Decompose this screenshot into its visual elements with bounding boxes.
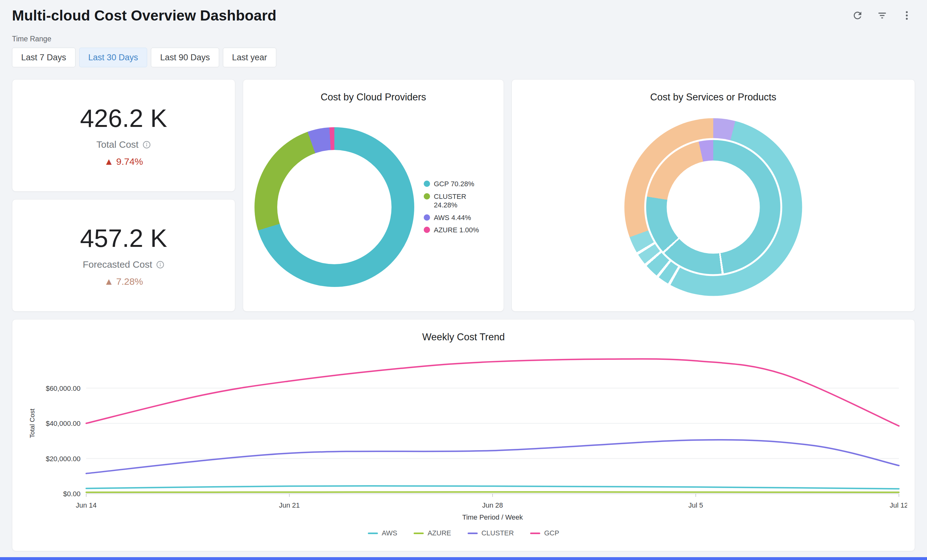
time-range-option-last-year[interactable]: Last year bbox=[223, 48, 276, 67]
svg-text:Jun 28: Jun 28 bbox=[482, 501, 503, 509]
kpi-column: 426.2 K Total Cost ▲ 9.74% 457.2 K Forec… bbox=[12, 79, 235, 311]
top-cards-row: 426.2 K Total Cost ▲ 9.74% 457.2 K Forec… bbox=[12, 79, 915, 311]
time-range-group: Last 7 Days Last 30 Days Last 90 Days La… bbox=[12, 48, 915, 67]
kpi-card-total-cost: 426.2 K Total Cost ▲ 9.74% bbox=[12, 79, 235, 191]
svg-text:Jul 5: Jul 5 bbox=[688, 501, 703, 509]
time-range-option-last-7-days[interactable]: Last 7 Days bbox=[12, 48, 76, 67]
page-title: Multi-cloud Cost Overview Dashboard bbox=[12, 7, 277, 24]
total-cost-label: Total Cost bbox=[96, 139, 138, 150]
svg-text:Jul 12: Jul 12 bbox=[890, 501, 907, 509]
provider-legend-item[interactable]: AZURE 1.00% bbox=[424, 226, 487, 235]
dashboard-page: Multi-cloud Cost Overview Dashboard bbox=[0, 0, 927, 551]
legend-label: GCP bbox=[544, 529, 559, 537]
svg-text:Total Cost: Total Cost bbox=[29, 408, 36, 438]
header-actions bbox=[849, 7, 915, 24]
cost-by-services-card: Cost by Services or Products bbox=[512, 79, 915, 311]
legend-label: AZURE 1.00% bbox=[434, 226, 479, 235]
legend-dot-cluster bbox=[424, 193, 430, 199]
legend-label: AWS 4.44% bbox=[434, 213, 471, 222]
services-chart-title: Cost by Services or Products bbox=[512, 80, 915, 103]
kpi-card-forecasted-cost: 457.2 K Forecasted Cost ▲ 7.28% bbox=[12, 199, 235, 311]
legend-label: CLUSTER bbox=[482, 529, 514, 537]
forecasted-cost-label: Forecasted Cost bbox=[83, 259, 152, 270]
services-chart-body bbox=[512, 103, 915, 311]
legend-line-azure bbox=[413, 533, 424, 534]
svg-text:$20,000.00: $20,000.00 bbox=[46, 455, 81, 463]
refresh-button[interactable] bbox=[849, 7, 866, 24]
trend-legend-item[interactable]: AZURE bbox=[413, 529, 451, 537]
time-range-label: Time Range bbox=[12, 35, 915, 43]
svg-text:$0.00: $0.00 bbox=[63, 490, 81, 498]
time-range-option-last-30-days[interactable]: Last 30 Days bbox=[79, 48, 147, 67]
svg-text:Time Period / Week: Time Period / Week bbox=[462, 513, 523, 521]
legend-line-gcp bbox=[530, 533, 540, 534]
time-range-option-last-90-days[interactable]: Last 90 Days bbox=[151, 48, 219, 67]
legend-label: AZURE bbox=[427, 529, 451, 537]
trend-chart[interactable]: $0.00$20,000.00$40,000.00$60,000.00Jun 1… bbox=[20, 347, 907, 524]
svg-text:$40,000.00: $40,000.00 bbox=[46, 419, 81, 427]
trend-legend-item[interactable]: GCP bbox=[530, 529, 559, 537]
info-icon[interactable] bbox=[156, 260, 164, 269]
total-cost-delta-badge: ▲ 9.74% bbox=[104, 156, 143, 167]
provider-legend-item[interactable]: CLUSTER 24.28% bbox=[424, 192, 487, 209]
legend-dot-gcp bbox=[424, 181, 430, 187]
forecasted-cost-value: 457.2 K bbox=[80, 224, 167, 253]
trend-chart-title: Weekly Cost Trend bbox=[20, 319, 907, 343]
refresh-icon bbox=[852, 10, 863, 21]
legend-line-cluster bbox=[468, 533, 478, 534]
bottom-accent-bar bbox=[0, 557, 927, 560]
providers-donut-hole bbox=[277, 150, 392, 264]
more-button[interactable] bbox=[898, 7, 915, 24]
legend-dot-azure bbox=[424, 227, 430, 233]
cost-by-providers-card: Cost by Cloud Providers GCP 70.28% CLUST… bbox=[243, 79, 504, 311]
svg-text:Jun 21: Jun 21 bbox=[279, 501, 299, 509]
providers-chart-title: Cost by Cloud Providers bbox=[243, 80, 504, 103]
filter-button[interactable] bbox=[874, 7, 891, 24]
trend-legend-item[interactable]: CLUSTER bbox=[468, 529, 514, 537]
provider-legend-item[interactable]: GCP 70.28% bbox=[424, 180, 487, 188]
svg-text:$60,000.00: $60,000.00 bbox=[46, 384, 81, 392]
trend-legend-item[interactable]: AWS bbox=[368, 529, 397, 537]
legend-label: AWS bbox=[382, 529, 397, 537]
total-cost-value: 426.2 K bbox=[80, 104, 167, 133]
legend-dot-aws bbox=[424, 214, 430, 221]
top-bar: Multi-cloud Cost Overview Dashboard bbox=[12, 7, 915, 24]
weekly-cost-trend-card: Weekly Cost Trend $0.00$20,000.00$40,000… bbox=[12, 319, 915, 551]
legend-label: GCP 70.28% bbox=[434, 180, 474, 188]
filter-icon bbox=[877, 10, 888, 21]
legend-line-aws bbox=[368, 533, 378, 534]
forecasted-cost-delta-badge: ▲ 7.28% bbox=[104, 276, 143, 287]
providers-donut[interactable] bbox=[254, 127, 414, 287]
info-icon[interactable] bbox=[142, 141, 151, 149]
providers-legend: GCP 70.28% CLUSTER 24.28% AWS 4.44% AZUR… bbox=[424, 180, 487, 235]
provider-legend-item[interactable]: AWS 4.44% bbox=[424, 213, 487, 222]
svg-text:Jun 14: Jun 14 bbox=[76, 501, 97, 509]
services-ring-hole bbox=[667, 161, 760, 254]
trend-legend: AWS AZURE CLUSTER GCP bbox=[20, 529, 907, 537]
providers-chart-body: GCP 70.28% CLUSTER 24.28% AWS 4.44% AZUR… bbox=[243, 103, 504, 311]
legend-label: CLUSTER 24.28% bbox=[434, 192, 487, 209]
kebab-menu-icon bbox=[901, 10, 912, 21]
services-sunburst[interactable] bbox=[625, 118, 802, 296]
